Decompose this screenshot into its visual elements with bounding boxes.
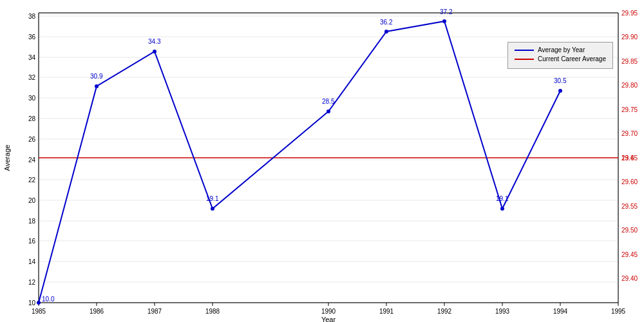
svg-text:38: 38 <box>28 13 36 20</box>
svg-text:29.55: 29.55 <box>621 203 638 210</box>
svg-text:20: 20 <box>28 197 36 204</box>
svg-text:32: 32 <box>28 74 36 81</box>
svg-text:24: 24 <box>28 156 36 164</box>
data-point-1988 <box>211 207 214 211</box>
label-1990: 28.5 <box>322 98 335 105</box>
data-point-1991 <box>384 30 388 33</box>
label-1994: 30.5 <box>554 77 567 84</box>
svg-text:12: 12 <box>28 279 36 286</box>
label-1987: 34.3 <box>148 38 161 45</box>
legend-item-career: Current Career Average <box>515 55 606 62</box>
svg-text:29.45: 29.45 <box>621 251 638 258</box>
legend-line-red <box>515 59 534 60</box>
svg-text:14: 14 <box>28 258 36 265</box>
svg-text:29.95: 29.95 <box>621 10 638 17</box>
legend-line-blue <box>515 50 534 51</box>
label-1992: 37.2 <box>440 8 453 15</box>
svg-text:1986: 1986 <box>90 308 104 315</box>
data-point-1986 <box>95 84 99 88</box>
chart-container: 10 12 14 16 18 20 22 24 26 28 30 32 34 3… <box>0 0 644 322</box>
data-point-1993 <box>500 207 504 211</box>
svg-text:29.75: 29.75 <box>621 106 638 113</box>
svg-text:29.50: 29.50 <box>621 227 638 234</box>
label-1986: 30.9 <box>90 73 103 80</box>
svg-text:29.90: 29.90 <box>621 33 638 41</box>
svg-text:1991: 1991 <box>379 308 394 315</box>
svg-text:1992: 1992 <box>437 308 452 315</box>
svg-text:16: 16 <box>28 238 36 245</box>
label-1985: 10.0 <box>42 296 55 303</box>
svg-text:1994: 1994 <box>553 308 568 315</box>
label-1991: 36.2 <box>380 19 393 26</box>
svg-text:22: 22 <box>28 176 36 184</box>
svg-text:1995: 1995 <box>611 308 626 315</box>
legend-box: Average by Year Current Career Average <box>507 42 613 69</box>
svg-text:29.85: 29.85 <box>621 58 638 65</box>
label-1988: 19.1 <box>206 195 219 202</box>
svg-text:Average: Average <box>3 145 11 171</box>
svg-text:Year: Year <box>321 316 336 322</box>
data-point-1990 <box>327 109 330 113</box>
svg-text:1993: 1993 <box>495 308 510 315</box>
svg-text:30: 30 <box>28 95 36 102</box>
svg-text:29.70: 29.70 <box>621 130 638 137</box>
svg-text:10: 10 <box>28 299 36 307</box>
svg-text:26: 26 <box>28 136 36 143</box>
legend-item-average: Average by Year <box>515 46 606 53</box>
svg-text:36: 36 <box>28 33 36 41</box>
data-point-1994 <box>558 89 562 93</box>
data-point-1987 <box>153 50 156 53</box>
legend-label-career: Current Career Average <box>538 55 606 62</box>
svg-text:29.60: 29.60 <box>621 178 638 185</box>
legend-label-average: Average by Year <box>538 46 585 53</box>
svg-text:18: 18 <box>28 218 36 225</box>
label-1993: 19.1 <box>496 195 509 202</box>
data-point-1992 <box>442 19 446 23</box>
svg-text:34: 34 <box>28 54 36 61</box>
svg-text:28: 28 <box>28 115 36 122</box>
svg-text:1990: 1990 <box>321 308 336 315</box>
svg-text:1987: 1987 <box>147 308 162 315</box>
svg-text:1985: 1985 <box>32 308 46 315</box>
svg-text:29.80: 29.80 <box>621 82 638 89</box>
svg-text:1988: 1988 <box>205 308 220 315</box>
data-point-1985 <box>37 301 41 305</box>
career-avg-right-label: 13.4 <box>621 155 634 162</box>
svg-text:29.40: 29.40 <box>621 275 638 282</box>
